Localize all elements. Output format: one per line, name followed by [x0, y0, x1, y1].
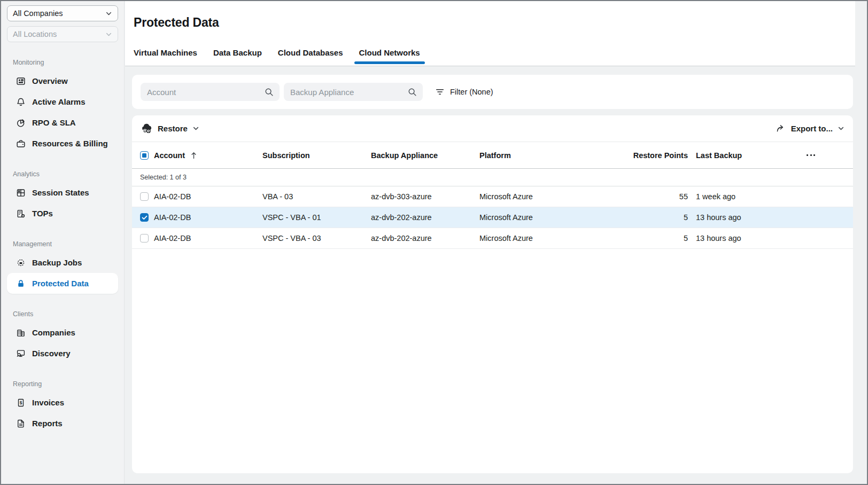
invoice-icon: $ — [15, 397, 26, 408]
section-label-reporting: Reporting — [13, 380, 118, 388]
lock-icon — [15, 278, 26, 289]
sidebar-item-label: Overview — [32, 76, 68, 85]
appliance-search — [284, 83, 423, 101]
sidebar-item-protected-data[interactable]: Protected Data — [7, 273, 118, 294]
filter-icon — [435, 87, 445, 97]
cell-appliance: az-dvb-202-azure — [371, 213, 479, 222]
restore-button-label: Restore — [158, 124, 188, 133]
table-row[interactable]: AIA-02-DB VSPC - VBA - 03 az-dvb-202-azu… — [132, 228, 853, 249]
section-label-monitoring: Monitoring — [13, 59, 118, 66]
cell-subscription: VSPC - VBA - 03 — [262, 234, 371, 242]
sidebar-item-label: Reports — [32, 419, 63, 428]
column-options-button[interactable] — [805, 152, 816, 158]
sidebar-item-invoices[interactable]: $ Invoices — [7, 392, 118, 413]
cell-last-backup: 1 week ago — [688, 192, 805, 201]
export-arrow-icon — [776, 123, 786, 134]
row-checkbox[interactable] — [140, 192, 149, 201]
column-header-appliance[interactable]: Backup Appliance — [371, 151, 479, 160]
section-label-management: Management — [13, 240, 118, 248]
section-label-analytics: Analytics — [13, 170, 118, 178]
company-selector-value: All Companies — [13, 9, 63, 18]
tab-bar: Virtual Machines Data Backup Cloud Datab… — [134, 48, 420, 66]
row-checkbox[interactable] — [140, 234, 149, 242]
checkbox-indeterminate-mark — [142, 153, 146, 158]
select-all-checkbox[interactable] — [140, 151, 149, 160]
sidebar-item-backup-jobs[interactable]: Backup Jobs — [7, 252, 118, 273]
tab-cloud-databases[interactable]: Cloud Databases — [278, 48, 343, 66]
column-header-last-backup[interactable]: Last Backup — [688, 151, 805, 160]
sidebar-item-label: Invoices — [32, 398, 64, 407]
sidebar-item-label: Companies — [32, 328, 75, 337]
sidebar-item-companies[interactable]: Companies — [7, 322, 118, 343]
report-icon — [15, 418, 26, 429]
table-row[interactable]: AIA-02-DB VBA - 03 az-dvb-303-azure Micr… — [132, 186, 853, 207]
building-icon — [15, 327, 26, 338]
sidebar-item-reports[interactable]: Reports — [7, 413, 118, 434]
cell-platform: Microsoft Azure — [479, 234, 613, 242]
column-header-account[interactable]: Account — [154, 151, 262, 160]
filter-button[interactable]: Filter (None) — [435, 87, 493, 97]
sidebar: All Companies All Locations Monitoring O… — [1, 1, 125, 484]
sidebar-item-label: Discovery — [32, 349, 71, 358]
location-selector-value: All Locations — [13, 30, 57, 38]
selection-summary: Selected: 1 of 3 — [132, 169, 853, 186]
cell-account: AIA-02-DB — [154, 234, 262, 242]
sidebar-item-active-alarms[interactable]: Active Alarms — [7, 91, 118, 112]
grid-icon — [15, 187, 26, 198]
export-button[interactable]: Export to... — [776, 123, 844, 134]
sidebar-item-label: Resources & Billing — [32, 139, 108, 148]
cell-account: AIA-02-DB — [154, 192, 262, 201]
search-icon — [264, 87, 274, 97]
sidebar-item-resources-billing[interactable]: Resources & Billing — [7, 133, 118, 154]
account-search-input[interactable] — [141, 83, 280, 101]
row-checkbox[interactable] — [140, 213, 149, 222]
cell-restore-points: 5 — [613, 213, 688, 222]
chevron-down-icon — [105, 10, 112, 17]
cell-platform: Microsoft Azure — [479, 213, 613, 222]
sidebar-item-label: Backup Jobs — [32, 258, 82, 267]
bell-icon — [15, 97, 26, 107]
wallet-icon — [15, 138, 26, 149]
sidebar-item-label: Active Alarms — [32, 97, 86, 106]
company-selector[interactable]: All Companies — [7, 5, 118, 21]
restore-button[interactable]: Restore — [141, 122, 199, 135]
table-row[interactable]: AIA-02-DB VSPC - VBA - 01 az-dvb-202-azu… — [132, 207, 853, 228]
tab-cloud-networks[interactable]: Cloud Networks — [359, 48, 420, 66]
section-label-clients: Clients — [13, 310, 118, 318]
cell-last-backup: 13 hours ago — [688, 213, 805, 222]
tab-data-backup[interactable]: Data Backup — [213, 48, 262, 66]
filter-button-label: Filter (None) — [450, 88, 493, 96]
sidebar-item-session-states[interactable]: Session States — [7, 182, 118, 203]
sidebar-item-label: RPO & SLA — [32, 118, 76, 127]
check-icon — [142, 215, 148, 220]
account-search — [141, 83, 280, 101]
tab-virtual-machines[interactable]: Virtual Machines — [134, 48, 197, 66]
monitor-search-icon — [15, 348, 26, 359]
cell-last-backup: 13 hours ago — [688, 234, 805, 242]
appliance-search-input[interactable] — [284, 83, 423, 101]
sidebar-item-discovery[interactable]: Discovery — [7, 343, 118, 364]
cell-restore-points: 5 — [613, 234, 688, 242]
cell-account: AIA-02-DB — [154, 213, 262, 222]
sidebar-item-label: Session States — [32, 188, 89, 197]
sidebar-item-rpo-sla[interactable]: RPO & SLA — [7, 112, 118, 133]
column-header-restore-points[interactable]: Restore Points — [613, 151, 688, 160]
protected-data-table: Restore Export to... — [132, 115, 853, 473]
page-title: Protected Data — [134, 1, 847, 30]
column-header-subscription[interactable]: Subscription — [262, 151, 371, 160]
sidebar-item-label: Protected Data — [32, 279, 89, 288]
page-header: Protected Data Virtual Machines Data Bac… — [125, 1, 855, 66]
main-area: Protected Data Virtual Machines Data Bac… — [125, 1, 855, 484]
app-window: All Companies All Locations Monitoring O… — [0, 0, 868, 485]
column-header-platform[interactable]: Platform — [479, 151, 613, 160]
main-body: Filter (None) Restore — [125, 66, 855, 484]
sort-ascending-icon — [190, 152, 197, 159]
svg-text:$: $ — [20, 400, 22, 405]
location-selector[interactable]: All Locations — [7, 26, 118, 42]
sidebar-item-tops[interactable]: TOPs — [7, 203, 118, 224]
gear-icon — [15, 257, 26, 268]
sidebar-item-overview[interactable]: Overview — [7, 71, 118, 91]
overview-icon — [15, 76, 26, 87]
pie-chart-icon — [15, 118, 26, 128]
cell-restore-points: 55 — [613, 192, 688, 201]
